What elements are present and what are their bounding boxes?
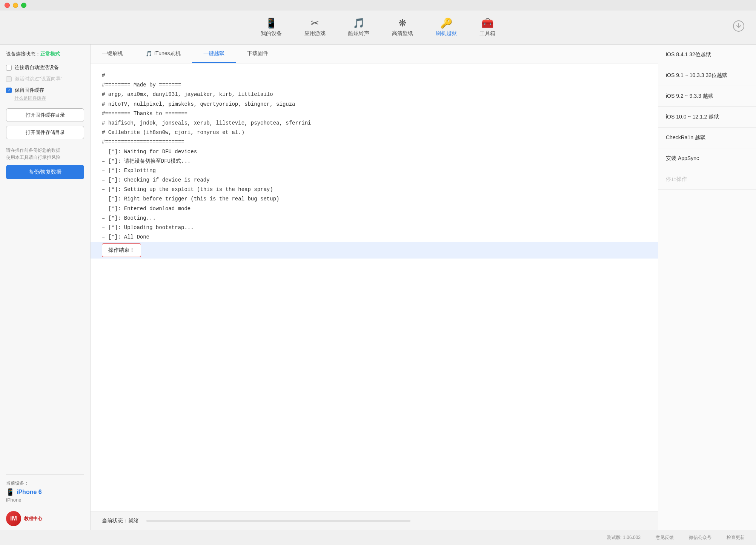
right-item-ios92-label: iOS 9.2 ~ 9.3.3 越狱 <box>666 93 713 99</box>
nav-label-toolbox: 工具箱 <box>479 30 495 37</box>
main-area: 设备连接状态：正常模式 连接后自动激活设备 激活时跳过"设置向导" ✓ 保留固件… <box>0 45 756 530</box>
key-icon: 🔑 <box>440 18 452 28</box>
footer-wechat[interactable]: 微信公众号 <box>689 534 711 541</box>
sidebar-options: 连接后自动激活设备 激活时跳过"设置向导" ✓ 保留固件缓存 什么是固件缓存 <box>6 64 84 102</box>
flower-icon: ❋ <box>398 18 407 28</box>
sidebar-device: 当前设备： 📱 iPhone 6 iPhone <box>6 474 84 507</box>
right-item-ios841[interactable]: iOS 8.4.1 32位越狱 <box>658 45 756 65</box>
iphone-icon: 📱 <box>6 488 14 496</box>
tab-itunes-flash[interactable]: 🎵 iTunes刷机 <box>134 45 192 63</box>
log-line: – [*]: 请把设备切换至DFU模式... <box>102 157 647 166</box>
nav-label-apps-games: 应用游戏 <box>304 30 326 37</box>
option-firmware-cache: ✓ 保留固件缓存 <box>6 87 84 94</box>
titlebar <box>0 0 756 11</box>
nav-item-apps-games[interactable]: ✂ 应用游戏 <box>304 18 326 37</box>
nav-label-my-device: 我的设备 <box>261 30 282 37</box>
log-line: – [*]: Setting up the exploit (this is t… <box>102 185 647 194</box>
option-skip-setup-label: 激活时跳过"设置向导" <box>15 75 62 82</box>
log-line: – [*]: Right before trigger (this is the… <box>102 194 647 204</box>
sidebar-logo: iM 教程中心 <box>6 507 84 530</box>
status-mode: 正常模式 <box>40 51 60 57</box>
right-panel: iOS 8.4.1 32位越狱 iOS 9.1 ~ 10.3.3 32位越狱 i… <box>658 45 756 530</box>
log-highlight-line: 操作结束！ <box>91 242 658 258</box>
tab-download-firmware-label: 下载固件 <box>247 50 268 57</box>
footer-feedback[interactable]: 意见反馈 <box>656 534 674 541</box>
status-text: 当前状态：就绪 <box>102 517 139 524</box>
log-line: – [*]: Booting... <box>102 214 647 223</box>
right-item-stop: 停止操作 <box>658 169 756 190</box>
tab-itunes-flash-label: iTunes刷机 <box>154 50 181 57</box>
log-line: – [*]: All Done <box>102 232 647 242</box>
option-auto-activate: 连接后自动激活设备 <box>6 64 84 71</box>
option-auto-activate-label: 连接后自动激活设备 <box>15 64 59 71</box>
footer-version: 测试版: 1.06.003 <box>607 534 641 541</box>
right-item-appsync[interactable]: 安装 AppSync <box>658 148 756 169</box>
minimize-button[interactable] <box>13 3 18 8</box>
notice-line1: 请在操作前备份好您的数据 <box>6 148 60 153</box>
maximize-button[interactable] <box>21 3 26 8</box>
tab-one-click-flash[interactable]: 一键刷机 <box>91 45 134 63</box>
nav-label-ringtones: 酷炫铃声 <box>348 30 369 37</box>
content-area: 一键刷机 🎵 iTunes刷机 一键越狱 下载固件 ##======== Mad… <box>91 45 658 530</box>
nav-item-toolbox[interactable]: 🧰 工具箱 <box>479 18 495 37</box>
right-item-ios91[interactable]: iOS 9.1 ~ 10.3.3 32位越狱 <box>658 65 756 86</box>
checkbox-auto-activate[interactable] <box>6 65 12 71</box>
toolbox-icon: 🧰 <box>481 18 493 28</box>
scissors-icon: ✂ <box>311 18 319 28</box>
nav-item-my-device[interactable]: 📱 我的设备 <box>261 18 282 37</box>
connection-status: 设备连接状态：正常模式 <box>6 51 84 57</box>
log-line: #======== Thanks to ======= <box>102 109 647 119</box>
right-item-ios92[interactable]: iOS 9.2 ~ 9.3.3 越狱 <box>658 86 756 107</box>
download-button[interactable] <box>733 20 745 35</box>
tab-download-firmware[interactable]: 下载固件 <box>236 45 280 63</box>
sidebar-buttons: 打开固件缓存目录 打开固件存储目录 <box>6 108 84 139</box>
right-item-ios100[interactable]: iOS 10.0 ~ 12.1.2 越狱 <box>658 107 756 128</box>
logo-label: 教程中心 <box>24 516 42 522</box>
sidebar: 设备连接状态：正常模式 连接后自动激活设备 激活时跳过"设置向导" ✓ 保留固件… <box>0 45 91 530</box>
option-skip-setup: 激活时跳过"设置向导" <box>6 75 84 82</box>
tab-one-click-flash-label: 一键刷机 <box>102 50 123 57</box>
right-item-stop-label: 停止操作 <box>666 176 687 182</box>
firmware-cache-link[interactable]: 什么是固件缓存 <box>14 95 84 102</box>
sidebar-notice: 请在操作前备份好您的数据 使用本工具请自行承担风险 <box>6 147 84 161</box>
device-name-text: iPhone 6 <box>17 489 42 496</box>
right-item-checkra1n[interactable]: CheckRa1n 越狱 <box>658 128 756 148</box>
close-button[interactable] <box>5 3 10 8</box>
checkbox-firmware-cache[interactable]: ✓ <box>6 88 12 93</box>
device-name: 📱 iPhone 6 <box>6 488 84 496</box>
option-firmware-cache-label: 保留固件缓存 <box>15 87 44 94</box>
tab-one-click-jailbreak[interactable]: 一键越狱 <box>192 45 236 63</box>
notice-line2: 使用本工具请自行承担风险 <box>6 155 60 160</box>
log-line: # Cellebrite (ih8sn0w, cjori, ronyrus et… <box>102 128 647 137</box>
nav-item-wallpapers[interactable]: ❋ 高清壁纸 <box>392 18 413 37</box>
log-line: – [*]: Checking if device is ready <box>102 176 647 185</box>
backup-restore-button[interactable]: 备份/恢复数据 <box>6 165 84 179</box>
checkbox-skip-setup[interactable] <box>6 76 12 82</box>
footer-check-update[interactable]: 检查更新 <box>727 534 745 541</box>
itunes-icon: 🎵 <box>146 51 152 57</box>
right-item-ios841-label: iOS 8.4.1 32位越狱 <box>666 51 711 57</box>
open-cache-dir-button[interactable]: 打开固件缓存目录 <box>6 108 84 122</box>
log-line: #========================= <box>102 137 647 147</box>
music-icon: 🎵 <box>353 18 365 28</box>
log-line: #======== Made by ======= <box>102 80 647 90</box>
nav-label-wallpapers: 高清壁纸 <box>392 30 413 37</box>
right-item-ios100-label: iOS 10.0 ~ 12.1.2 越狱 <box>666 114 719 120</box>
device-section-label: 当前设备： <box>6 480 84 486</box>
log-line: # haifisch, jndok, jonseals, xerub, lils… <box>102 119 647 128</box>
nav-item-jailbreak[interactable]: 🔑 刷机越狱 <box>436 18 457 37</box>
right-item-ios91-label: iOS 9.1 ~ 10.3.3 32位越狱 <box>666 72 727 78</box>
device-icon: 📱 <box>265 18 277 28</box>
log-area[interactable]: ##======== Made by =======# argp, axi0mx… <box>91 63 658 511</box>
nav-item-ringtones[interactable]: 🎵 酷炫铃声 <box>348 18 369 37</box>
right-item-appsync-label: 安装 AppSync <box>666 155 699 161</box>
log-line: # nitoTV, nullpixel, pimskeks, qwertyoru… <box>102 100 647 109</box>
status-label: 设备连接状态： <box>6 51 40 57</box>
tab-one-click-jailbreak-label: 一键越狱 <box>203 50 224 57</box>
log-line: – [*]: Entered download mode <box>102 204 647 214</box>
open-storage-dir-button[interactable]: 打开固件存储目录 <box>6 126 84 139</box>
logo-icon: iM <box>6 511 21 526</box>
nav-label-jailbreak: 刷机越狱 <box>436 30 457 37</box>
tabbar: 一键刷机 🎵 iTunes刷机 一键越狱 下载固件 <box>91 45 658 63</box>
log-line: – [*]: Waiting for DFU devices <box>102 147 647 157</box>
